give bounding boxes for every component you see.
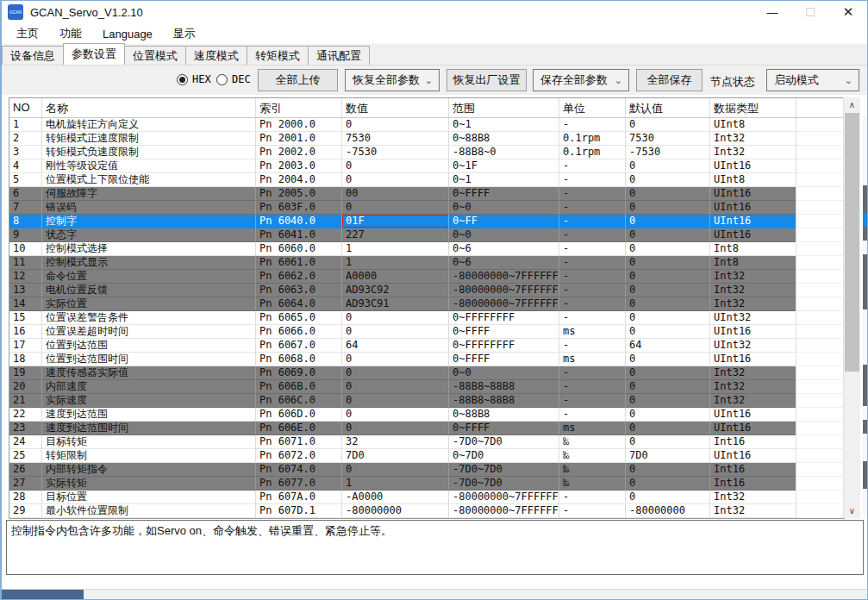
cell-unit[interactable]: ‰: [559, 477, 625, 491]
cell-default[interactable]: 7D0: [625, 449, 709, 463]
cell-range[interactable]: -88B8~88B8: [448, 394, 559, 408]
cell-default[interactable]: 0: [625, 242, 709, 256]
table-row[interactable]: 24 目标转矩 Pn 6071.0 32 -7D0~7D0 ‰ 0 Int16: [9, 435, 844, 449]
cell-name[interactable]: 位置误差警告条件: [41, 311, 255, 325]
cell-default[interactable]: 0: [625, 284, 709, 297]
cell-range[interactable]: 0~FFFFFFFF: [448, 311, 559, 325]
table-row[interactable]: 4 刚性等级设定值 Pn 2003.0 0 0~1F - 0 UInt16: [9, 159, 844, 173]
cell-name[interactable]: 伺服故障字: [41, 187, 255, 201]
cell-range[interactable]: 0~0: [448, 201, 559, 215]
radio-dec[interactable]: DEC: [216, 73, 251, 85]
cell-datatype[interactable]: Int8: [709, 256, 796, 270]
cell-datatype[interactable]: Int8: [709, 242, 796, 256]
cell-index[interactable]: Pn 6066.0: [255, 325, 341, 339]
table-row[interactable]: 21 实际速度 Pn 606C.0 0 -88B8~88B8 - 0 Int32: [9, 394, 844, 408]
cell-name[interactable]: 速度传感器实际值: [41, 366, 255, 380]
cell-value[interactable]: 1: [341, 256, 448, 270]
cell-name[interactable]: 命令位置: [41, 270, 255, 284]
cell-datatype[interactable]: Int32: [709, 491, 796, 504]
cell-range[interactable]: -7D0~7D0: [448, 463, 559, 477]
radio-hex[interactable]: HEX: [177, 73, 211, 85]
cell-value[interactable]: 0: [341, 394, 448, 408]
cell-value[interactable]: 0: [341, 408, 448, 422]
table-row[interactable]: 25 转矩限制 Pn 6072.0 7D0 0~7D0 ‰ 7D0 UInt16: [9, 449, 844, 463]
cell-name[interactable]: 目标位置: [41, 491, 255, 504]
menu-home[interactable]: 主页: [6, 24, 49, 43]
table-row[interactable]: 16 位置误差超时时间 Pn 6066.0 0 0~FFFF ms 0 UInt…: [9, 325, 844, 339]
cell-default[interactable]: 7530: [625, 132, 709, 146]
cell-no[interactable]: 17: [9, 339, 41, 353]
cell-default[interactable]: 0: [625, 477, 709, 491]
cell-name[interactable]: 转矩模式负速度限制: [41, 146, 255, 159]
table-row[interactable]: 14 实际位置 Pn 6064.0 AD93C91 -80000000~7FFF…: [9, 297, 844, 311]
table-row[interactable]: 12 命令位置 Pn 6062.0 A0000 -80000000~7FFFFF…: [9, 270, 844, 284]
cell-datatype[interactable]: UInt32: [709, 311, 796, 325]
cell-index[interactable]: Pn 6068.0: [255, 353, 341, 366]
cell-no[interactable]: 2: [9, 132, 41, 146]
cell-unit[interactable]: -: [559, 380, 625, 394]
cell-range[interactable]: 0~FFFFFFFF: [448, 339, 559, 353]
cell-value[interactable]: -A0000: [341, 491, 448, 504]
cell-value[interactable]: 1: [341, 477, 448, 491]
cell-value[interactable]: 00: [341, 187, 448, 201]
cell-value[interactable]: 32: [341, 435, 448, 449]
cell-no[interactable]: 23: [9, 422, 41, 435]
tab-torque-mode[interactable]: 转矩模式: [247, 46, 309, 65]
cell-name[interactable]: 速度到达范围时间: [41, 422, 255, 435]
cell-unit[interactable]: ‰: [559, 449, 625, 463]
cell-range[interactable]: -80000000~7FFFFFFF: [448, 491, 559, 504]
cell-unit[interactable]: ‰: [559, 463, 625, 477]
cell-datatype[interactable]: UInt16: [709, 201, 796, 215]
restore-all-params-select[interactable]: 恢复全部参数 ⌄: [345, 69, 440, 91]
cell-range[interactable]: -80000000~7FFFFFFF: [448, 284, 559, 297]
cell-index[interactable]: Pn 6071.0: [255, 435, 341, 449]
cell-unit[interactable]: 0.1rpm: [559, 146, 625, 159]
cell-range[interactable]: -7D0~7D0: [448, 477, 559, 491]
tab-comm-config[interactable]: 通讯配置: [308, 46, 370, 65]
cell-datatype[interactable]: Int16: [709, 463, 796, 477]
cell-datatype[interactable]: Int16: [709, 477, 796, 491]
cell-default[interactable]: 0: [625, 463, 709, 477]
cell-no[interactable]: 22: [9, 408, 41, 422]
cell-no[interactable]: 13: [9, 284, 41, 297]
cell-default[interactable]: 64: [625, 339, 709, 353]
col-header-index[interactable]: 索引: [255, 98, 341, 117]
cell-index[interactable]: Pn 2005.0: [255, 187, 341, 201]
cell-unit[interactable]: ms: [559, 353, 625, 366]
cell-value[interactable]: 0: [341, 353, 448, 366]
cell-value[interactable]: 01F: [341, 215, 448, 228]
cell-name[interactable]: 电机旋转正方向定义: [41, 118, 255, 132]
col-header-range[interactable]: 范围: [448, 98, 559, 117]
cell-name[interactable]: 实际位置: [41, 297, 255, 311]
cell-index[interactable]: Pn 6062.0: [255, 270, 341, 284]
table-row[interactable]: 20 内部速度 Pn 606B.0 0 -88B8~88B8 - 0 Int32: [9, 380, 844, 394]
cell-default[interactable]: 0: [625, 491, 709, 504]
menu-language[interactable]: Language: [92, 26, 163, 42]
cell-value[interactable]: -7530: [341, 146, 448, 159]
cell-name[interactable]: 转矩限制: [41, 449, 255, 463]
close-button[interactable]: ✕: [829, 1, 867, 23]
table-row[interactable]: 9 状态字 Pn 6041.0 227 0~0 - 0 UInt16: [9, 228, 844, 242]
cell-datatype[interactable]: UInt16: [709, 353, 796, 366]
cell-unit[interactable]: -: [559, 394, 625, 408]
cell-unit[interactable]: ms: [559, 325, 625, 339]
table-row[interactable]: 6 伺服故障字 Pn 2005.0 00 0~FFFF - 0 UInt16: [9, 187, 844, 201]
cell-value[interactable]: 0: [341, 118, 448, 132]
cell-no[interactable]: 7: [9, 201, 41, 215]
cell-datatype[interactable]: Int32: [709, 132, 796, 146]
cell-value[interactable]: 64: [341, 339, 448, 353]
cell-name[interactable]: 刚性等级设定值: [41, 159, 255, 173]
table-row[interactable]: 17 位置到达范围 Pn 6067.0 64 0~FFFFFFFF - 64 U…: [9, 339, 844, 353]
cell-unit[interactable]: -: [559, 228, 625, 242]
cell-no[interactable]: 21: [9, 394, 41, 408]
cell-range[interactable]: 0~1: [448, 173, 559, 187]
cell-default[interactable]: 0: [625, 311, 709, 325]
table-row[interactable]: 10 控制模式选择 Pn 6060.0 1 0~6 - 0 Int8: [9, 242, 844, 256]
cell-name[interactable]: 速度到达范围: [41, 408, 255, 422]
cell-no[interactable]: 11: [9, 256, 41, 270]
cell-unit[interactable]: 0.1rpm: [559, 132, 625, 146]
table-row[interactable]: 18 位置到达范围时间 Pn 6068.0 0 0~FFFF ms 0 UInt…: [9, 353, 844, 366]
cell-datatype[interactable]: UInt16: [709, 187, 796, 201]
table-row[interactable]: 5 位置模式上下限位使能 Pn 2004.0 0 0~1 - 0 UInt8: [9, 173, 844, 187]
cell-no[interactable]: 10: [9, 242, 41, 256]
